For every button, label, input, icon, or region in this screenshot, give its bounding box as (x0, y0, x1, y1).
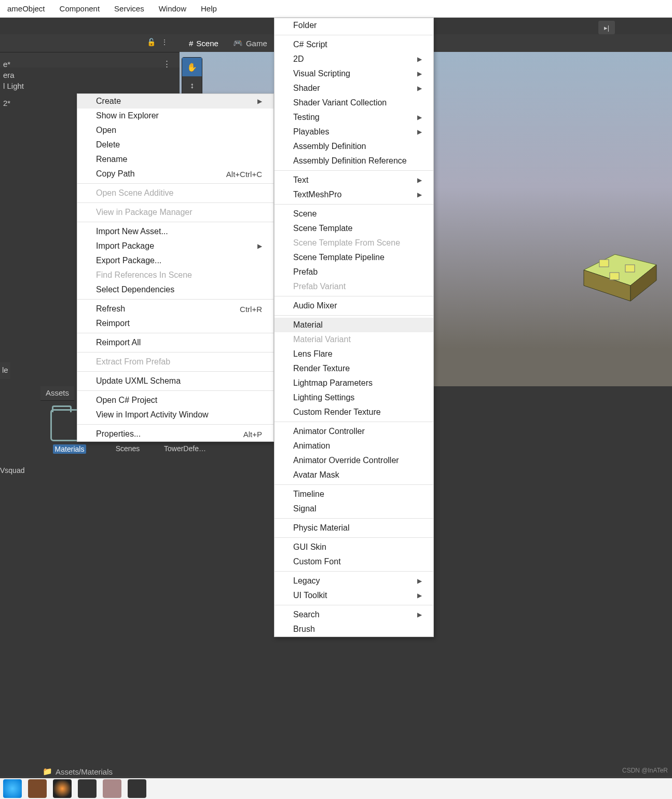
sidebar-folder[interactable]: Vsquad (0, 466, 40, 475)
ctx-item[interactable]: Properties...Alt+P (77, 427, 273, 441)
create-item[interactable]: Lens Flare (275, 347, 433, 361)
ctx-item[interactable]: RefreshCtrl+R (77, 302, 273, 316)
edge-icon[interactable] (3, 779, 22, 798)
create-item[interactable]: C# Script (275, 37, 433, 52)
hierarchy-item[interactable]: l Light (0, 80, 174, 91)
create-item[interactable]: Physic Material (275, 521, 433, 535)
tab-label: Scene (196, 39, 218, 48)
hand-tool[interactable]: ✋ (182, 58, 202, 76)
create-item[interactable]: Prefab (275, 265, 433, 279)
project-context-menu: Create▶Show in ExplorerOpenDeleteRenameC… (77, 93, 274, 442)
create-item[interactable]: TextMeshPro▶ (275, 187, 433, 202)
ctx-item: Extract From Prefab (77, 355, 273, 369)
ctx-item[interactable]: View in Import Activity Window (77, 408, 273, 422)
menubar-item[interactable]: Help (194, 4, 224, 13)
windows-taskbar (0, 778, 672, 799)
ctx-item[interactable]: Export Package... (77, 253, 273, 268)
ctx-item[interactable]: Select Dependencies (77, 282, 273, 297)
unity-editor-icon[interactable] (128, 779, 146, 798)
ctx-item[interactable]: Rename (77, 152, 273, 167)
ctx-item[interactable]: Create▶ (77, 94, 273, 109)
menu-item-label: Brush (293, 625, 315, 634)
create-item[interactable]: Signal (275, 502, 433, 516)
create-item[interactable]: Timeline (275, 487, 433, 502)
create-item[interactable]: Scene (275, 207, 433, 221)
create-item[interactable]: GUI Skin (275, 540, 433, 554)
tab-game[interactable]: 🎮 Game (226, 34, 275, 52)
menubar-item[interactable]: Services (107, 4, 152, 13)
menubar-item[interactable]: Component (52, 4, 107, 13)
create-item[interactable]: Audio Mixer (275, 299, 433, 313)
create-separator (275, 422, 433, 422)
step-button[interactable]: ▸| (598, 21, 615, 34)
project-breadcrumb[interactable]: 📁 Assets/Materials (43, 767, 113, 776)
ctx-item[interactable]: Import New Asset... (77, 224, 273, 239)
console-tab[interactable]: le (0, 362, 10, 379)
create-item[interactable]: Playables▶ (275, 125, 433, 139)
menu-item-label: Material (293, 320, 323, 330)
ctx-item[interactable]: Show in Explorer (77, 109, 273, 123)
menu-item-label: Assembly Definition (293, 142, 366, 151)
kebab-icon[interactable]: ⋮ (163, 59, 171, 69)
create-item[interactable]: Render Texture (275, 361, 433, 376)
app-icon[interactable] (53, 779, 72, 798)
create-item[interactable]: Scene Template (275, 221, 433, 236)
hierarchy-scene-root[interactable]: e* ⋮ (0, 58, 174, 70)
app-icon[interactable] (28, 779, 47, 798)
create-item[interactable]: Brush (275, 622, 433, 637)
menubar-item[interactable]: Window (152, 4, 194, 13)
create-item[interactable]: Folder (275, 18, 433, 33)
ctx-item[interactable]: Open C# Project (77, 393, 273, 408)
create-item[interactable]: Text▶ (275, 173, 433, 187)
ctx-item[interactable]: Import Package▶ (77, 239, 273, 253)
menu-item-label: Audio Mixer (293, 301, 337, 310)
ctx-separator (77, 371, 273, 372)
menu-item-label: Animator Controller (293, 427, 365, 436)
create-item[interactable]: 2D▶ (275, 52, 433, 66)
hierarchy-item[interactable]: era (0, 70, 174, 80)
move-tool[interactable]: ↕ (182, 76, 202, 95)
create-item[interactable]: Custom Font (275, 554, 433, 569)
ctx-separator (77, 333, 273, 333)
ctx-item[interactable]: Copy PathAlt+Ctrl+C (77, 167, 273, 181)
menu-item-label: 2D (293, 55, 304, 64)
create-separator (275, 204, 433, 205)
menu-item-label: Render Texture (293, 364, 350, 373)
item-label: 2* (3, 99, 10, 107)
scene-object-preview (573, 239, 667, 312)
kebab-icon[interactable]: ⋮ (159, 38, 170, 48)
menu-item-label: Shader (293, 84, 320, 93)
ctx-item[interactable]: Reimport All (77, 335, 273, 350)
app-icon[interactable] (103, 779, 121, 798)
ctx-item[interactable]: Open (77, 123, 273, 138)
create-item[interactable]: Animation (275, 439, 433, 453)
ctx-item[interactable]: Reimport (77, 316, 273, 331)
create-item[interactable]: Assembly Definition (275, 139, 433, 154)
create-item[interactable]: Scene Template Pipeline (275, 250, 433, 265)
create-item: Scene Template From Scene (275, 236, 433, 250)
menubar-item[interactable]: ameObject (0, 4, 52, 13)
menu-item-label: Reimport (96, 319, 130, 328)
create-item[interactable]: Shader Variant Collection (275, 96, 433, 110)
chevron-right-icon: ▶ (417, 592, 422, 599)
create-item[interactable]: Avatar Mask (275, 468, 433, 482)
create-item[interactable]: Legacy▶ (275, 574, 433, 588)
create-item[interactable]: Animator Controller (275, 424, 433, 439)
create-item[interactable]: Testing▶ (275, 110, 433, 125)
create-item[interactable]: Animator Override Controller (275, 453, 433, 468)
create-item[interactable]: Lightmap Parameters (275, 376, 433, 390)
create-item[interactable]: Search▶ (275, 607, 433, 622)
create-item[interactable]: UI Toolkit▶ (275, 588, 433, 603)
lock-icon[interactable]: 🔓 (146, 38, 156, 48)
create-item[interactable]: Material (275, 318, 433, 332)
ctx-item[interactable]: Delete (77, 138, 273, 152)
create-item[interactable]: Visual Scripting▶ (275, 66, 433, 81)
create-item[interactable]: Custom Render Texture (275, 405, 433, 419)
menu-item-label: Scene Template From Scene (293, 238, 400, 248)
create-item[interactable]: Shader▶ (275, 81, 433, 96)
tab-scene[interactable]: # Scene (182, 34, 226, 52)
create-item[interactable]: Assembly Definition Reference (275, 154, 433, 168)
create-item[interactable]: Lighting Settings (275, 390, 433, 405)
unity-hub-icon[interactable] (78, 779, 97, 798)
ctx-item[interactable]: Update UXML Schema (77, 374, 273, 388)
